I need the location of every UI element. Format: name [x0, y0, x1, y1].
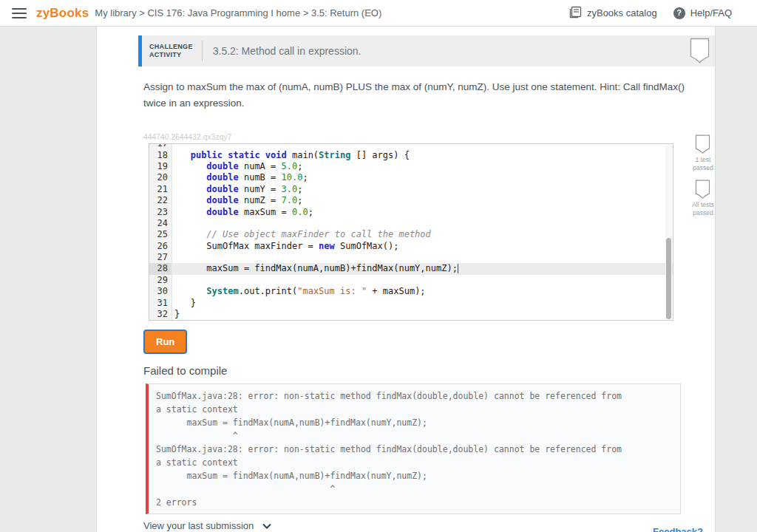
code-line[interactable]: 24 [149, 218, 673, 229]
all-tests-label: All tests passed [686, 201, 720, 218]
run-button[interactable]: Run [143, 330, 187, 354]
help-label: Help/FAQ [690, 7, 732, 18]
catalog-label: zyBooks catalog [587, 7, 657, 18]
code-editor[interactable]: 1718 public static void main(String [] a… [149, 143, 673, 321]
breadcrumb[interactable]: My library > CIS 176: Java Programming I… [95, 7, 381, 18]
code-line[interactable]: 23 double maxSum = 0.0; [149, 207, 673, 218]
top-bar: zyBooks My library > CIS 176: Java Progr… [0, 0, 757, 27]
activity-instructions: Assign to maxSum the max of (numA, numB)… [143, 79, 690, 111]
code-line[interactable]: 29 [149, 275, 673, 286]
code-line[interactable]: 19 double numA = 5.0; [149, 161, 673, 172]
content-card: CHALLENGE ACTIVITY 3.5.2: Method call in… [96, 27, 716, 532]
shield-icon [690, 38, 710, 64]
code-line[interactable]: 30 System.out.print("maxSum is: " + maxS… [149, 286, 673, 297]
compile-status: Failed to compile [143, 364, 715, 377]
help-faq-link[interactable]: ? Help/FAQ [673, 7, 732, 19]
view-last-submission[interactable]: View your last submission [143, 520, 271, 531]
resource-id: 444740.2644432.qx3zqy7 [143, 133, 715, 141]
challenge-activity-header: CHALLENGE ACTIVITY 3.5.2: Method call in… [138, 35, 715, 66]
code-lines[interactable]: 1718 public static void main(String [] a… [149, 143, 673, 320]
first-test-label: 1 test passed [686, 156, 720, 173]
zybooks-catalog-link[interactable]: zyBooks catalog [569, 6, 657, 21]
code-line[interactable]: 21 double numY = 3.0; [149, 184, 673, 195]
zybooks-logo[interactable]: zyBooks [36, 6, 89, 21]
menu-icon[interactable] [12, 8, 27, 18]
activity-title: 3.5.2: Method call in expression. [203, 45, 361, 57]
code-line[interactable]: 31 } [149, 298, 673, 309]
code-line[interactable]: 26 SumOfMax maxFinder = new SumOfMax(); [149, 241, 673, 252]
code-line[interactable]: 20 double numB = 10.0; [149, 172, 673, 183]
code-line[interactable]: 25 // Use object maxFinder to call the m… [149, 229, 673, 240]
first-test-shield-icon [695, 134, 711, 154]
feedback-link[interactable]: Feedback? [653, 526, 703, 532]
challenge-activity-badge: CHALLENGE ACTIVITY [142, 43, 202, 60]
catalog-book-icon [569, 6, 582, 21]
code-line[interactable]: 17 [149, 143, 673, 149]
help-icon: ? [673, 7, 685, 19]
compiler-output-lines: SumOfMax.java:28: error: non-static meth… [146, 383, 681, 514]
all-tests-shield-icon [695, 180, 711, 200]
code-line[interactable]: 27 [149, 252, 673, 263]
editor-scrollbar-track[interactable] [665, 145, 672, 319]
code-line[interactable]: 18 public static void main(String [] arg… [149, 150, 673, 161]
text-cursor [458, 264, 458, 273]
view-last-submission-label: View your last submission [143, 520, 254, 531]
chevron-down-icon [262, 520, 271, 531]
test-status-column: 1 test passed All tests passed [686, 134, 720, 225]
code-line[interactable]: 22 double numZ = 7.0; [149, 195, 673, 206]
code-line[interactable]: 28 maxSum = findMax(numA,numB)+findMax(n… [149, 263, 673, 274]
code-line[interactable]: 32} [149, 309, 673, 320]
editor-scrollbar-thumb[interactable] [666, 238, 671, 319]
